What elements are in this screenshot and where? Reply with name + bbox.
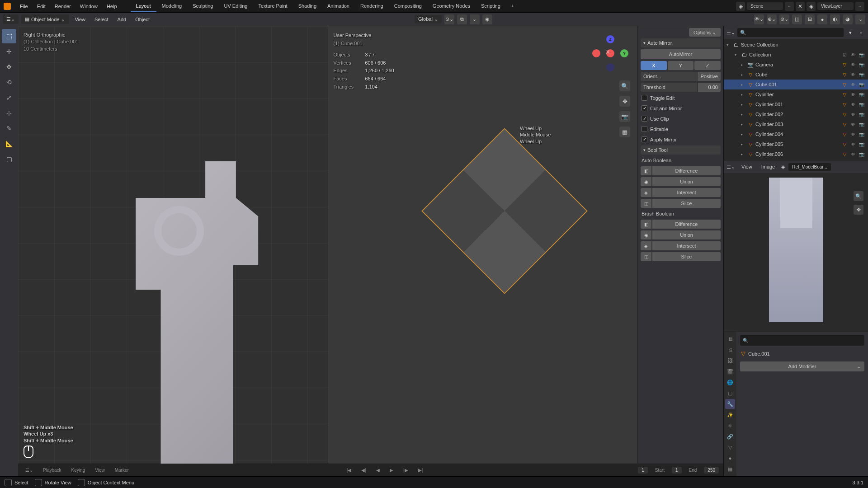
render-icon[interactable]: 📷: [858, 51, 865, 58]
props-tab-constraints[interactable]: 🔗: [725, 432, 735, 441]
menu-render[interactable]: Render: [50, 2, 75, 11]
editor-type-icon[interactable]: ☰⌄: [726, 28, 735, 37]
image-image-menu[interactable]: Image: [759, 163, 778, 171]
outliner-item[interactable]: ▸▽Cube.001▽👁📷: [724, 80, 868, 89]
brush-union-button[interactable]: ◉Union: [641, 230, 721, 239]
eye-icon[interactable]: 👁: [849, 101, 857, 108]
transform-tool[interactable]: ⊹: [2, 106, 16, 120]
outliner-item[interactable]: ▸▽Cylinder.005▽👁📷: [724, 139, 868, 149]
scene-delete-icon[interactable]: ✕: [796, 2, 805, 11]
render-icon[interactable]: 📷: [858, 141, 865, 148]
end-frame-field[interactable]: 250: [704, 467, 719, 474]
shading-options-dropdown-icon[interactable]: ⌄: [855, 14, 865, 24]
annotate-tool[interactable]: ✎: [2, 121, 16, 136]
menu-window[interactable]: Window: [75, 2, 102, 11]
playback-prev-key-icon[interactable]: ◀|: [359, 467, 369, 474]
props-tab-texture[interactable]: ▦: [725, 464, 735, 474]
move-view-icon[interactable]: ✥: [854, 205, 863, 215]
zoom-icon[interactable]: 🔍: [854, 191, 863, 201]
eye-icon[interactable]: 👁: [849, 150, 857, 158]
viewport-left[interactable]: Right Orthographic (1) Collection | Cube…: [18, 26, 328, 476]
props-tab-scene[interactable]: 🎬: [725, 366, 735, 376]
properties-search-input[interactable]: 🔍: [740, 335, 864, 346]
rotate-tool[interactable]: ⟲: [2, 75, 16, 89]
overlays-toggle-icon[interactable]: ⊘⌄: [779, 14, 789, 24]
xray-icon[interactable]: ◫: [792, 14, 802, 24]
transform-orientation-dropdown[interactable]: Global ⌄: [415, 15, 442, 23]
zoom-icon[interactable]: 🔍: [619, 80, 630, 91]
snap-dropdown-icon[interactable]: ⌄: [470, 14, 480, 24]
threshold-field[interactable]: Threshold 0.00: [641, 83, 721, 92]
workspace-tab-animation[interactable]: Animation: [322, 0, 355, 12]
move-view-icon[interactable]: ✥: [619, 96, 630, 107]
object-visibility-icon[interactable]: 👁⌄: [754, 14, 764, 24]
workspace-tab-uv-editing[interactable]: UV Editing: [218, 0, 253, 12]
measure-tool[interactable]: 📐: [2, 136, 16, 151]
workspace-tab-rendering[interactable]: Rendering: [355, 0, 389, 12]
eye-icon[interactable]: 👁: [849, 71, 857, 78]
scene-name-field[interactable]: Scene: [747, 2, 783, 10]
check-use-clip[interactable]: Use Clip: [641, 114, 721, 123]
panel-auto-mirror-header[interactable]: ▾Auto Mirror: [641, 38, 721, 47]
render-icon[interactable]: 📷: [858, 101, 865, 108]
props-tab-output[interactable]: 🖨: [725, 345, 735, 355]
outliner-item[interactable]: ▸▽Cylinder.003▽👁📷: [724, 119, 868, 129]
header-view-menu[interactable]: View: [71, 15, 89, 23]
camera-view-icon[interactable]: 📷: [619, 111, 630, 122]
workspace-tab-modeling[interactable]: Modeling: [156, 0, 188, 12]
playback-jump-end-icon[interactable]: ▶|: [415, 467, 426, 474]
editor-type-dropdown[interactable]: ☰⌄: [3, 14, 19, 24]
brush-intersect-button[interactable]: ◈Intersect: [641, 241, 721, 250]
outliner-item[interactable]: ▸▽Cylinder.002▽👁📷: [724, 109, 868, 119]
filter-icon[interactable]: ▾: [846, 28, 854, 37]
props-tab-material[interactable]: ●: [725, 453, 735, 463]
eye-icon[interactable]: 👁: [849, 61, 857, 68]
gizmo-axis-neg-x[interactable]: [592, 49, 600, 57]
select-box-tool[interactable]: ⬚: [2, 29, 16, 43]
workspace-tab-compositing[interactable]: Compositing: [389, 0, 427, 12]
eye-icon[interactable]: 👁: [849, 51, 857, 58]
timeline-playback-menu[interactable]: Playback: [40, 467, 64, 474]
move-tool[interactable]: ✥: [2, 60, 16, 74]
cursor-tool[interactable]: ✛: [2, 44, 16, 59]
props-tab-viewlayer[interactable]: 🖼: [725, 356, 735, 366]
orientation-field[interactable]: Orient... Positive: [641, 72, 721, 81]
props-tab-mesh[interactable]: ▽: [725, 442, 735, 452]
outliner-item[interactable]: ▸📷Camera▽👁📷: [724, 60, 868, 70]
timeline-keying-menu[interactable]: Keying: [69, 467, 88, 474]
timeline-marker-menu[interactable]: Marker: [112, 467, 132, 474]
render-icon[interactable]: 📷: [858, 91, 865, 98]
render-icon[interactable]: 📷: [858, 150, 865, 158]
header-select-menu[interactable]: Select: [91, 15, 112, 23]
workspace-tab-sculpting[interactable]: Sculpting: [187, 0, 218, 12]
exclude-checkbox-icon[interactable]: ☑: [841, 51, 848, 58]
image-name-field[interactable]: Ref_ModelBoar...: [788, 163, 830, 171]
viewlayer-name-field[interactable]: ViewLayer: [817, 2, 854, 10]
editor-type-icon[interactable]: ☰⌄: [23, 467, 36, 474]
brush-difference-button[interactable]: ◧Difference: [641, 220, 721, 229]
axis-x-button[interactable]: X: [641, 61, 667, 70]
props-tab-physics[interactable]: ⚛: [725, 421, 735, 431]
workspace-tab-texture-paint[interactable]: Texture Paint: [253, 0, 292, 12]
start-frame-field[interactable]: 1: [672, 467, 682, 474]
playback-play-reverse-icon[interactable]: ◀: [373, 467, 382, 474]
scene-new-icon[interactable]: ▫: [785, 2, 794, 11]
workspace-tab-shading[interactable]: Shading: [293, 0, 322, 12]
render-icon[interactable]: 📷: [858, 121, 865, 128]
playback-next-key-icon[interactable]: |▶: [401, 467, 411, 474]
scale-tool[interactable]: ⤢: [2, 90, 16, 105]
render-icon[interactable]: 📷: [858, 61, 865, 68]
eye-icon[interactable]: 👁: [849, 141, 857, 148]
workspace-tab-scripting[interactable]: Scripting: [476, 0, 506, 12]
shading-wireframe-icon[interactable]: ⊞: [805, 14, 815, 24]
outliner-collection[interactable]: ▾ 🗀 Collection ☑👁📷: [724, 50, 868, 60]
outliner-item[interactable]: ▸▽Cylinder▽👁📷: [724, 89, 868, 99]
image-canvas[interactable]: 🔍 ✥: [724, 173, 868, 332]
outliner-scene-collection[interactable]: ▾ 🗀 Scene Collection: [724, 40, 868, 50]
viewlayer-new-icon[interactable]: ▫: [855, 2, 864, 11]
render-icon[interactable]: 📷: [858, 131, 865, 138]
current-frame-field[interactable]: 1: [638, 467, 648, 474]
perspective-toggle-icon[interactable]: ▦: [619, 127, 630, 137]
gizmo-axis-z[interactable]: Z: [606, 35, 614, 43]
props-tab-particles[interactable]: ✨: [725, 410, 735, 420]
